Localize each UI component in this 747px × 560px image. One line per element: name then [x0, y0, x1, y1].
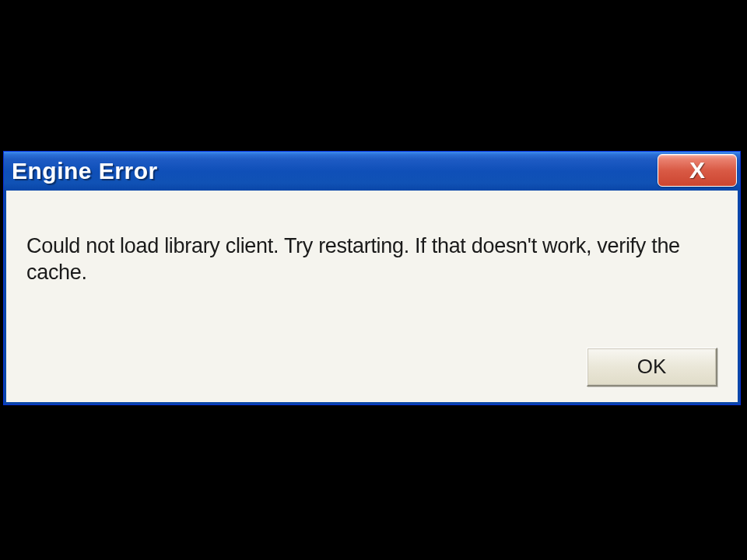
- close-icon: X: [689, 159, 705, 182]
- error-dialog: Engine Error X Could not load library cl…: [3, 151, 741, 405]
- dialog-title: Engine Error: [12, 158, 158, 184]
- button-row: OK: [587, 348, 717, 387]
- close-button[interactable]: X: [658, 154, 737, 187]
- dialog-titlebar[interactable]: Engine Error X: [4, 152, 740, 191]
- dialog-body: Could not load library client. Try resta…: [4, 191, 740, 404]
- dialog-message: Could not load library client. Try resta…: [26, 233, 717, 286]
- ok-button[interactable]: OK: [587, 348, 717, 387]
